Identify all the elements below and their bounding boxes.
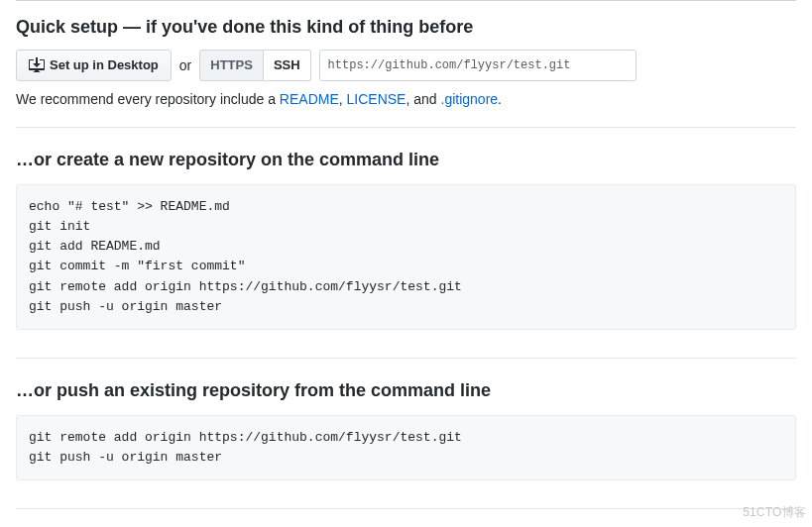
readme-link[interactable]: README	[280, 91, 339, 107]
setup-desktop-label: Set up in Desktop	[50, 55, 159, 75]
recommend-prefix: We recommend every repository include a	[16, 91, 280, 107]
protocol-toggle-group: HTTPS SSH	[199, 50, 310, 81]
repo-url-input[interactable]	[319, 50, 637, 81]
https-toggle[interactable]: HTTPS	[199, 50, 264, 81]
comma-1: ,	[339, 91, 347, 107]
setup-desktop-button[interactable]: Set up in Desktop	[16, 50, 172, 81]
quick-setup-title: Quick setup — if you've done this kind o…	[16, 17, 796, 38]
period: .	[498, 91, 502, 107]
create-repo-title: …or create a new repository on the comma…	[16, 150, 796, 170]
import-repo-section: …or import code from another repository …	[16, 509, 796, 527]
desktop-download-icon	[29, 57, 45, 73]
create-repo-code[interactable]: echo "# test" >> README.md git init git …	[16, 184, 796, 330]
setup-row: Set up in Desktop or HTTPS SSH	[16, 50, 796, 81]
comma-2: , and	[406, 91, 440, 107]
push-repo-section: …or push an existing repository from the…	[16, 359, 796, 509]
push-repo-title: …or push an existing repository from the…	[16, 380, 796, 401]
quick-setup-section: Quick setup — if you've done this kind o…	[16, 0, 796, 128]
ssh-toggle[interactable]: SSH	[264, 50, 311, 81]
create-repo-section: …or create a new repository on the comma…	[16, 128, 796, 359]
push-repo-code[interactable]: git remote add origin https://github.com…	[16, 415, 796, 480]
gitignore-link[interactable]: .gitignore	[441, 91, 499, 107]
license-link[interactable]: LICENSE	[347, 91, 406, 107]
or-text: or	[179, 57, 191, 73]
watermark: 51CTO博客	[743, 504, 806, 521]
recommend-text: We recommend every repository include a …	[16, 91, 796, 107]
